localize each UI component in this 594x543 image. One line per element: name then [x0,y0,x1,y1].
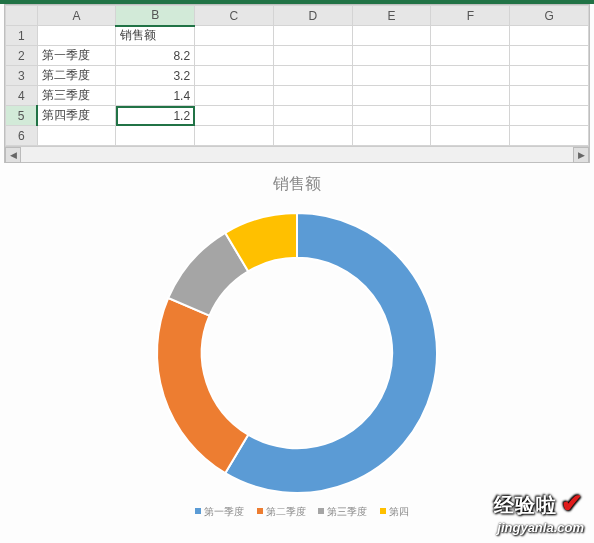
cell-F3[interactable] [431,66,510,86]
legend-label-3: 第三季度 [327,506,367,517]
cell-E1[interactable] [352,26,431,46]
cell-C3[interactable] [195,66,274,86]
cell-C6[interactable] [195,126,274,146]
table-row: 4 第三季度 1.4 [6,86,589,106]
column-header-row: A B C D E F G [6,6,589,26]
table-row: 5 第四季度 1.2 [6,106,589,126]
cell-A3[interactable]: 第二季度 [37,66,116,86]
legend-swatch-2 [257,508,263,514]
cell-D2[interactable] [273,46,352,66]
cell-B3[interactable]: 3.2 [116,66,195,86]
legend-swatch-1 [195,508,201,514]
cell-D3[interactable] [273,66,352,86]
col-header-A[interactable]: A [37,6,116,26]
legend-swatch-4 [380,508,386,514]
cell-F2[interactable] [431,46,510,66]
scroll-right-icon[interactable]: ▶ [573,147,589,163]
table-row: 6 [6,126,589,146]
cell-E2[interactable] [352,46,431,66]
cell-E6[interactable] [352,126,431,146]
table-row: 2 第一季度 8.2 [6,46,589,66]
watermark-text: 经验啦✔ [494,488,584,519]
cell-B2[interactable]: 8.2 [116,46,195,66]
col-header-D[interactable]: D [273,6,352,26]
cell-B1[interactable]: 销售额 [116,26,195,46]
select-all-corner[interactable] [6,6,38,26]
cell-A1[interactable] [37,26,116,46]
cell-C2[interactable] [195,46,274,66]
legend-label-4: 第四 [389,506,409,517]
spreadsheet-grid[interactable]: A B C D E F G 1 销售额 2 第一季度 [4,4,590,163]
cell-A4[interactable]: 第三季度 [37,86,116,106]
legend-label-1: 第一季度 [204,506,244,517]
row-header-2[interactable]: 2 [6,46,38,66]
cell-D5[interactable] [273,106,352,126]
cell-G1[interactable] [510,26,589,46]
cell-D6[interactable] [273,126,352,146]
cell-E4[interactable] [352,86,431,106]
col-header-C[interactable]: C [195,6,274,26]
row-header-1[interactable]: 1 [6,26,38,46]
legend-label-2: 第二季度 [266,506,306,517]
cell-E3[interactable] [352,66,431,86]
cell-C5[interactable] [195,106,274,126]
row-header-6[interactable]: 6 [6,126,38,146]
row-header-3[interactable]: 3 [6,66,38,86]
cell-F5[interactable] [431,106,510,126]
horizontal-scrollbar[interactable]: ◀ ▶ [5,146,589,162]
cell-B5[interactable]: 1.2 [116,106,195,126]
col-header-G[interactable]: G [510,6,589,26]
cell-A5[interactable]: 第四季度 [37,106,116,126]
cell-B6[interactable] [116,126,195,146]
cell-A2[interactable]: 第一季度 [37,46,116,66]
cell-G3[interactable] [510,66,589,86]
donut-slice-2 [157,298,248,473]
watermark-url: jingyanla.com [497,520,584,535]
col-header-E[interactable]: E [352,6,431,26]
checkmark-icon: ✔ [561,488,584,518]
legend-swatch-3 [318,508,324,514]
col-header-F[interactable]: F [431,6,510,26]
chart-title: 销售额 [0,174,594,195]
row-header-4[interactable]: 4 [6,86,38,106]
cell-G6[interactable] [510,126,589,146]
table-row: 1 销售额 [6,26,589,46]
cell-C1[interactable] [195,26,274,46]
chart-area[interactable]: 销售额 第一季度 第二季度 第三季度 第四 经验啦✔ jingyanla.com [0,168,594,543]
cell-G4[interactable] [510,86,589,106]
row-header-5[interactable]: 5 [6,106,38,126]
scroll-left-icon[interactable]: ◀ [5,147,21,163]
cell-A6[interactable] [37,126,116,146]
cell-F6[interactable] [431,126,510,146]
cell-F4[interactable] [431,86,510,106]
cell-C4[interactable] [195,86,274,106]
table-row: 3 第二季度 3.2 [6,66,589,86]
cell-B4[interactable]: 1.4 [116,86,195,106]
cell-G2[interactable] [510,46,589,66]
donut-chart [147,203,447,503]
cell-D1[interactable] [273,26,352,46]
cell-F1[interactable] [431,26,510,46]
cell-G5[interactable] [510,106,589,126]
cell-E5[interactable] [352,106,431,126]
col-header-B[interactable]: B [116,6,195,26]
cell-D4[interactable] [273,86,352,106]
